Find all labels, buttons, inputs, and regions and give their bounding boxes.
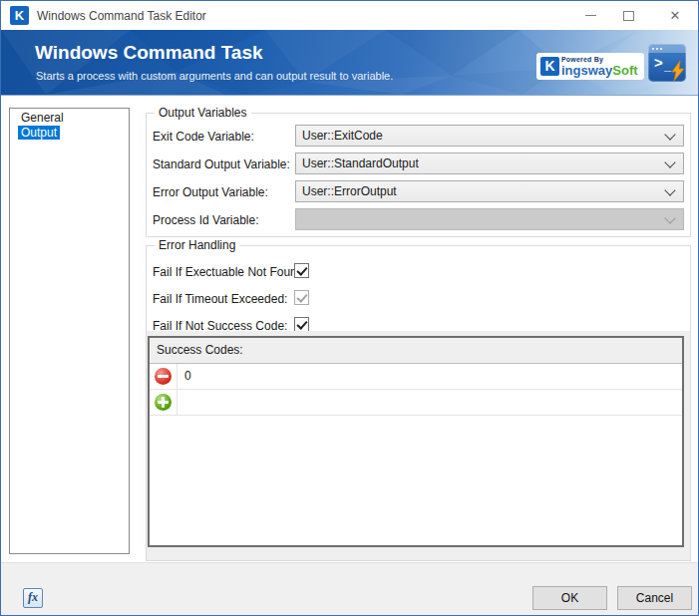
add-icon <box>155 394 172 411</box>
close-button[interactable]: ✕ <box>658 1 692 30</box>
title-bar[interactable]: K Windows Command Task Editor ✕ <box>1 1 698 30</box>
sidebar-item-general[interactable]: General <box>10 111 129 126</box>
section-list[interactable]: General Output <box>9 108 130 554</box>
chevron-down-icon <box>664 129 675 140</box>
success-codes-grid: Success Codes: 0 <box>148 336 684 547</box>
sidebar-item-output[interactable]: Output <box>10 126 129 141</box>
minimize-icon <box>585 15 596 16</box>
chevron-down-icon <box>664 156 675 167</box>
sidebar-item-output-label: Output <box>18 126 60 140</box>
standard-output-variable-value: User::StandardOutput <box>302 156 419 170</box>
powered-by-label: Powered By <box>561 56 638 63</box>
expression-fx-button[interactable]: fx <box>23 588 43 608</box>
success-code-row[interactable]: 0 <box>150 364 682 390</box>
command-task-icon: > _ <box>648 44 686 82</box>
window-title: Windows Command Task Editor <box>37 9 206 23</box>
fail-if-timeout-exceeded-checkbox <box>294 290 309 305</box>
error-handling-group-label: Error Handling <box>155 238 239 252</box>
kingswaysoft-k-icon: K <box>540 57 559 76</box>
header-banner: Windows Command Task Starts a process wi… <box>1 30 698 96</box>
exit-code-variable-label: Exit Code Variable: <box>153 130 254 144</box>
chevron-down-icon <box>664 184 675 195</box>
cancel-button[interactable]: Cancel <box>617 586 692 610</box>
standard-output-variable-label: Standard Output Variable: <box>153 157 290 171</box>
fail-if-timeout-exceeded-label: Fail If Timeout Exceeded: <box>153 292 287 306</box>
error-output-variable-select[interactable]: User::ErrorOutput <box>295 180 684 202</box>
success-code-value[interactable]: 0 <box>177 364 191 389</box>
windows-command-task-editor-dialog: K Windows Command Task Editor ✕ Windows … <box>0 0 699 616</box>
chevron-down-icon <box>664 212 675 223</box>
kingswaysoft-logo: K Powered By ingswaySoft <box>536 53 644 80</box>
minimize-button[interactable] <box>573 1 607 30</box>
terminal-prompt-icon: > <box>654 55 663 70</box>
sidebar-item-general-label: General <box>18 111 67 125</box>
kingswaysoft-name: ingswaySoft <box>561 64 638 77</box>
remove-row-button[interactable] <box>150 364 177 389</box>
logo-name-green: Soft <box>612 63 637 78</box>
maximize-button[interactable] <box>611 1 645 30</box>
error-output-variable-value: User::ErrorOutput <box>302 184 397 198</box>
lightning-bolt-icon <box>671 61 685 81</box>
add-row-button[interactable] <box>150 390 177 415</box>
ok-button[interactable]: OK <box>532 586 607 610</box>
app-icon: K <box>10 6 29 25</box>
maximize-icon <box>623 11 634 21</box>
fail-if-not-success-code-checkbox[interactable] <box>294 317 309 332</box>
remove-icon <box>155 368 172 385</box>
fail-if-executable-not-found-checkbox[interactable] <box>294 263 309 278</box>
terminal-titlebar-icon <box>648 44 686 53</box>
exit-code-variable-select[interactable]: User::ExitCode <box>295 125 684 147</box>
standard-output-variable-select[interactable]: User::StandardOutput <box>295 153 684 174</box>
output-variables-group-label: Output Variables <box>155 106 251 120</box>
process-id-variable-select <box>295 208 684 230</box>
close-icon: ✕ <box>670 9 681 22</box>
process-id-variable-label: Process Id Variable: <box>153 213 259 227</box>
exit-code-variable-value: User::ExitCode <box>302 129 383 143</box>
error-output-variable-label: Error Output Variable: <box>153 185 268 199</box>
success-code-new-value[interactable] <box>177 390 184 415</box>
logo-name-blue: ingsway <box>561 63 612 78</box>
success-codes-header: Success Codes: <box>150 338 682 364</box>
page-title: Windows Command Task <box>35 42 263 64</box>
success-code-new-row[interactable] <box>150 390 682 416</box>
fail-if-executable-not-found-label: Fail If Exectuable Not Found: <box>153 265 307 279</box>
page-subtitle: Starts a process with custom arguments a… <box>36 70 393 82</box>
